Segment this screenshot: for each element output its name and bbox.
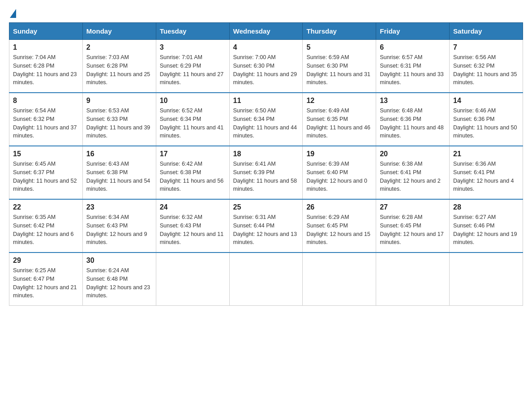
day-cell: 22Sunrise: 6:35 AMSunset: 6:42 PMDayligh…: [9, 199, 83, 253]
day-number: 27: [380, 203, 446, 211]
day-info: Sunrise: 6:24 AMSunset: 6:48 PMDaylight:…: [86, 266, 152, 300]
day-info: Sunrise: 6:25 AMSunset: 6:47 PMDaylight:…: [13, 266, 79, 300]
day-info: Sunrise: 6:38 AMSunset: 6:41 PMDaylight:…: [380, 160, 446, 193]
day-cell: 10Sunrise: 6:52 AMSunset: 6:34 PMDayligh…: [156, 93, 229, 146]
empty-day-cell: [156, 253, 229, 306]
day-info: Sunrise: 6:39 AMSunset: 6:40 PMDaylight:…: [306, 160, 372, 193]
day-cell: 12Sunrise: 6:49 AMSunset: 6:35 PMDayligh…: [303, 93, 376, 146]
day-info: Sunrise: 7:00 AMSunset: 6:30 PMDaylight:…: [233, 53, 299, 87]
day-number: 24: [160, 203, 226, 211]
day-info: Sunrise: 6:45 AMSunset: 6:37 PMDaylight:…: [13, 160, 79, 193]
day-number: 7: [453, 43, 519, 51]
logo-triangle-icon: [10, 9, 16, 18]
day-cell: 3Sunrise: 7:01 AMSunset: 6:29 PMDaylight…: [156, 40, 229, 93]
day-info: Sunrise: 6:28 AMSunset: 6:45 PMDaylight:…: [380, 213, 446, 247]
calendar-table: SundayMondayTuesdayWednesdayThursdayFrid…: [9, 22, 523, 306]
empty-day-cell: [303, 253, 376, 306]
day-info: Sunrise: 7:04 AMSunset: 6:28 PMDaylight:…: [13, 53, 79, 87]
day-info: Sunrise: 6:53 AMSunset: 6:33 PMDaylight:…: [86, 107, 152, 140]
day-cell: 23Sunrise: 6:34 AMSunset: 6:43 PMDayligh…: [82, 199, 156, 253]
day-info: Sunrise: 6:31 AMSunset: 6:44 PMDaylight:…: [233, 213, 299, 247]
day-info: Sunrise: 6:27 AMSunset: 6:46 PMDaylight:…: [453, 213, 519, 247]
day-info: Sunrise: 6:56 AMSunset: 6:32 PMDaylight:…: [453, 53, 519, 87]
logo: [9, 9, 18, 18]
day-number: 2: [86, 43, 152, 51]
empty-day-cell: [450, 253, 523, 306]
day-info: Sunrise: 6:32 AMSunset: 6:43 PMDaylight:…: [160, 213, 226, 247]
weekday-header-friday: Friday: [376, 23, 450, 40]
day-number: 12: [306, 97, 372, 105]
day-number: 8: [13, 97, 79, 105]
day-info: Sunrise: 6:36 AMSunset: 6:41 PMDaylight:…: [453, 160, 519, 193]
day-number: 26: [306, 203, 372, 211]
weekday-header-sunday: Sunday: [9, 23, 83, 40]
day-cell: 7Sunrise: 6:56 AMSunset: 6:32 PMDaylight…: [450, 40, 523, 93]
day-cell: 2Sunrise: 7:03 AMSunset: 6:28 PMDaylight…: [82, 40, 156, 93]
day-cell: 16Sunrise: 6:43 AMSunset: 6:38 PMDayligh…: [82, 146, 156, 199]
day-number: 3: [160, 43, 226, 51]
day-number: 22: [13, 203, 79, 211]
day-number: 6: [380, 43, 446, 51]
day-number: 23: [86, 203, 152, 211]
day-number: 14: [453, 97, 519, 105]
day-number: 21: [453, 150, 519, 158]
day-number: 16: [86, 150, 152, 158]
day-number: 17: [160, 150, 226, 158]
day-cell: 24Sunrise: 6:32 AMSunset: 6:43 PMDayligh…: [156, 199, 229, 253]
day-info: Sunrise: 6:41 AMSunset: 6:39 PMDaylight:…: [233, 160, 299, 193]
day-cell: 15Sunrise: 6:45 AMSunset: 6:37 PMDayligh…: [9, 146, 83, 199]
day-cell: 27Sunrise: 6:28 AMSunset: 6:45 PMDayligh…: [376, 199, 450, 253]
day-number: 4: [233, 43, 299, 51]
day-number: 19: [306, 150, 372, 158]
day-info: Sunrise: 6:48 AMSunset: 6:36 PMDaylight:…: [380, 107, 446, 140]
day-number: 1: [13, 43, 79, 51]
calendar-week-row: 29Sunrise: 6:25 AMSunset: 6:47 PMDayligh…: [9, 253, 523, 306]
day-cell: 28Sunrise: 6:27 AMSunset: 6:46 PMDayligh…: [450, 199, 523, 253]
weekday-header-thursday: Thursday: [303, 23, 376, 40]
day-cell: 25Sunrise: 6:31 AMSunset: 6:44 PMDayligh…: [229, 199, 303, 253]
day-number: 18: [233, 150, 299, 158]
day-info: Sunrise: 6:43 AMSunset: 6:38 PMDaylight:…: [86, 160, 152, 193]
day-info: Sunrise: 7:03 AMSunset: 6:28 PMDaylight:…: [86, 53, 152, 87]
calendar-week-row: 8Sunrise: 6:54 AMSunset: 6:32 PMDaylight…: [9, 93, 523, 146]
day-cell: 18Sunrise: 6:41 AMSunset: 6:39 PMDayligh…: [229, 146, 303, 199]
day-info: Sunrise: 6:34 AMSunset: 6:43 PMDaylight:…: [86, 213, 152, 247]
day-number: 11: [233, 97, 299, 105]
calendar-week-row: 22Sunrise: 6:35 AMSunset: 6:42 PMDayligh…: [9, 199, 523, 253]
day-info: Sunrise: 6:49 AMSunset: 6:35 PMDaylight:…: [306, 107, 372, 140]
day-info: Sunrise: 6:54 AMSunset: 6:32 PMDaylight:…: [13, 107, 79, 140]
day-number: 9: [86, 97, 152, 105]
day-info: Sunrise: 6:46 AMSunset: 6:36 PMDaylight:…: [453, 107, 519, 140]
weekday-header-monday: Monday: [82, 23, 156, 40]
day-cell: 1Sunrise: 7:04 AMSunset: 6:28 PMDaylight…: [9, 40, 83, 93]
day-info: Sunrise: 6:35 AMSunset: 6:42 PMDaylight:…: [13, 213, 79, 247]
day-number: 28: [453, 203, 519, 211]
day-number: 20: [380, 150, 446, 158]
day-number: 15: [13, 150, 79, 158]
day-cell: 21Sunrise: 6:36 AMSunset: 6:41 PMDayligh…: [450, 146, 523, 199]
day-cell: 13Sunrise: 6:48 AMSunset: 6:36 PMDayligh…: [376, 93, 450, 146]
empty-day-cell: [376, 253, 450, 306]
day-info: Sunrise: 6:52 AMSunset: 6:34 PMDaylight:…: [160, 107, 226, 140]
calendar-week-row: 1Sunrise: 7:04 AMSunset: 6:28 PMDaylight…: [9, 40, 523, 93]
day-number: 10: [160, 97, 226, 105]
day-number: 29: [13, 257, 79, 265]
calendar-week-row: 15Sunrise: 6:45 AMSunset: 6:37 PMDayligh…: [9, 146, 523, 199]
day-cell: 14Sunrise: 6:46 AMSunset: 6:36 PMDayligh…: [450, 93, 523, 146]
day-number: 13: [380, 97, 446, 105]
day-cell: 20Sunrise: 6:38 AMSunset: 6:41 PMDayligh…: [376, 146, 450, 199]
day-cell: 30Sunrise: 6:24 AMSunset: 6:48 PMDayligh…: [82, 253, 156, 306]
day-cell: 26Sunrise: 6:29 AMSunset: 6:45 PMDayligh…: [303, 199, 376, 253]
day-info: Sunrise: 6:59 AMSunset: 6:30 PMDaylight:…: [306, 53, 372, 87]
day-info: Sunrise: 6:57 AMSunset: 6:31 PMDaylight:…: [380, 53, 446, 87]
day-info: Sunrise: 6:50 AMSunset: 6:34 PMDaylight:…: [233, 107, 299, 140]
day-info: Sunrise: 6:42 AMSunset: 6:38 PMDaylight:…: [160, 160, 226, 193]
day-cell: 29Sunrise: 6:25 AMSunset: 6:47 PMDayligh…: [9, 253, 83, 306]
weekday-header-saturday: Saturday: [450, 23, 523, 40]
day-info: Sunrise: 6:29 AMSunset: 6:45 PMDaylight:…: [306, 213, 372, 247]
day-number: 5: [306, 43, 372, 51]
day-number: 30: [86, 257, 152, 265]
day-cell: 8Sunrise: 6:54 AMSunset: 6:32 PMDaylight…: [9, 93, 83, 146]
day-cell: 17Sunrise: 6:42 AMSunset: 6:38 PMDayligh…: [156, 146, 229, 199]
weekday-header-tuesday: Tuesday: [156, 23, 229, 40]
